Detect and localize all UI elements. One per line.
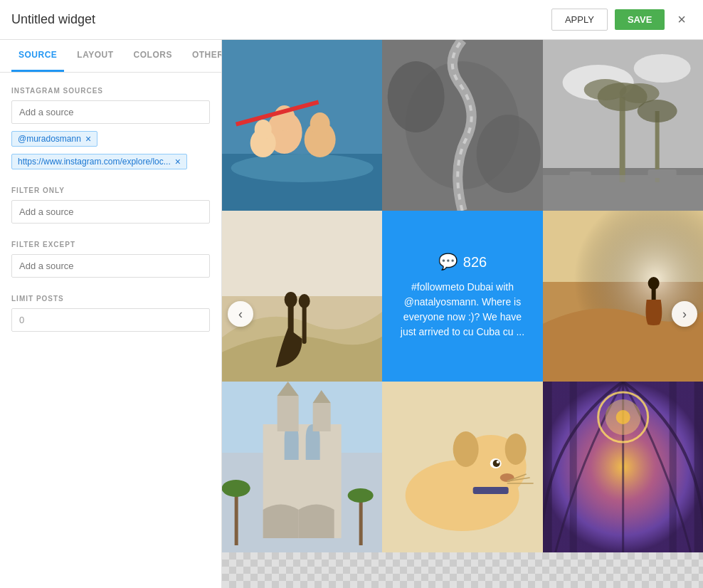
svg-point-8 (255, 120, 272, 140)
tag-instagram-url: https://www.instagram.com/explore/loc...… (11, 154, 187, 169)
limit-posts-input[interactable] (11, 308, 210, 332)
tab-colors[interactable]: COLORS (127, 40, 179, 72)
svg-point-55 (493, 460, 500, 467)
instagram-source-input[interactable] (11, 100, 210, 124)
svg-point-53 (505, 434, 527, 465)
svg-rect-58 (473, 487, 509, 494)
tab-layout[interactable]: LAYOUT (70, 40, 120, 72)
photo-cell-4 (222, 211, 382, 382)
header-actions: APPLY SAVE × (551, 9, 692, 31)
svg-rect-33 (302, 305, 307, 344)
svg-rect-68 (694, 382, 703, 552)
svg-rect-44 (313, 403, 331, 431)
tag-muradosmann: @muradosmann × (11, 131, 97, 147)
filter-only-section: FILTER ONLY (11, 187, 210, 224)
svg-point-19 (633, 54, 690, 83)
photo-cell-7 (222, 382, 382, 552)
close-button[interactable]: × (672, 9, 692, 31)
photo-cell-6 (543, 211, 703, 382)
instagram-sources-label: INSTAGRAM SOURCES (11, 87, 210, 95)
header: Untitled widget APPLY SAVE × (0, 0, 703, 40)
svg-point-46 (222, 480, 250, 497)
limit-posts-section: LIMIT POSTS (11, 295, 210, 332)
tag-remove-url[interactable]: × (175, 157, 181, 167)
svg-rect-70 (669, 382, 676, 552)
svg-point-6 (310, 112, 330, 135)
svg-point-14 (477, 115, 541, 193)
tag-remove-muradosmann[interactable]: × (85, 134, 91, 144)
photo-cell-5: 💬 826 #followmeto Dubai with @natalyosma… (382, 211, 542, 382)
svg-point-66 (615, 410, 630, 424)
filter-except-section: FILTER EXCEPT (11, 241, 210, 278)
photo-cell-8 (382, 382, 542, 552)
nav-right-button[interactable]: › (672, 301, 697, 327)
comment-count: 826 (463, 254, 487, 271)
page-title: Untitled widget (11, 12, 95, 27)
sidebar: SOURCE LAYOUT COLORS OTHER INSTAGRAM SOU… (0, 40, 222, 588)
svg-point-39 (648, 277, 659, 290)
photo-cell-3 (543, 40, 703, 211)
svg-rect-45 (235, 488, 238, 545)
save-button[interactable]: SAVE (615, 9, 665, 30)
social-post-text: #followmeto Dubai with @natalyosmann. Wh… (396, 280, 528, 340)
photo-cell-2 (382, 40, 542, 211)
svg-rect-30 (222, 211, 382, 296)
svg-point-34 (299, 294, 310, 308)
svg-rect-67 (543, 382, 552, 552)
svg-rect-69 (569, 382, 576, 552)
tag-text: @muradosmann (18, 134, 81, 144)
tab-bar: SOURCE LAYOUT COLORS OTHER (0, 40, 221, 73)
svg-point-48 (348, 488, 374, 503)
svg-point-32 (285, 292, 297, 308)
svg-point-52 (453, 431, 479, 467)
svg-rect-26 (543, 175, 703, 211)
apply-button[interactable]: APPLY (551, 9, 608, 31)
instagram-sources-section: INSTAGRAM SOURCES @muradosmann × https:/… (11, 87, 210, 169)
limit-posts-label: LIMIT POSTS (11, 295, 210, 303)
photo-cell-9 (543, 382, 703, 552)
svg-point-13 (388, 61, 445, 132)
svg-point-2 (231, 154, 374, 182)
photo-cell-1 (222, 40, 382, 211)
tab-source[interactable]: SOURCE (11, 40, 64, 72)
preview-background: 💬 826 #followmeto Dubai with @natalyosma… (222, 40, 703, 588)
svg-rect-47 (359, 495, 363, 545)
tab-other[interactable]: OTHER (185, 40, 222, 72)
sidebar-content: INSTAGRAM SOURCES @muradosmann × https:/… (0, 73, 221, 346)
svg-point-22 (583, 79, 626, 100)
svg-rect-43 (278, 396, 299, 431)
social-comment-row: 💬 826 (438, 253, 487, 271)
filter-except-input[interactable] (11, 254, 210, 278)
svg-rect-28 (648, 169, 676, 178)
tags-container: @muradosmann × https://www.instagram.com… (11, 127, 210, 169)
filter-only-input[interactable] (11, 200, 210, 224)
filter-only-label: FILTER ONLY (11, 187, 210, 194)
svg-point-25 (637, 100, 677, 122)
filter-except-label: FILTER EXCEPT (11, 241, 210, 248)
photo-grid: 💬 826 #followmeto Dubai with @natalyosma… (222, 40, 703, 588)
nav-left-button[interactable]: ‹ (228, 301, 253, 327)
svg-rect-27 (569, 172, 591, 179)
preview-area: 💬 826 #followmeto Dubai with @natalyosma… (222, 40, 703, 588)
comment-icon: 💬 (438, 253, 458, 271)
svg-point-56 (497, 461, 500, 463)
main-layout: SOURCE LAYOUT COLORS OTHER INSTAGRAM SOU… (0, 40, 703, 588)
tag-text: https://www.instagram.com/explore/loc... (18, 157, 171, 167)
